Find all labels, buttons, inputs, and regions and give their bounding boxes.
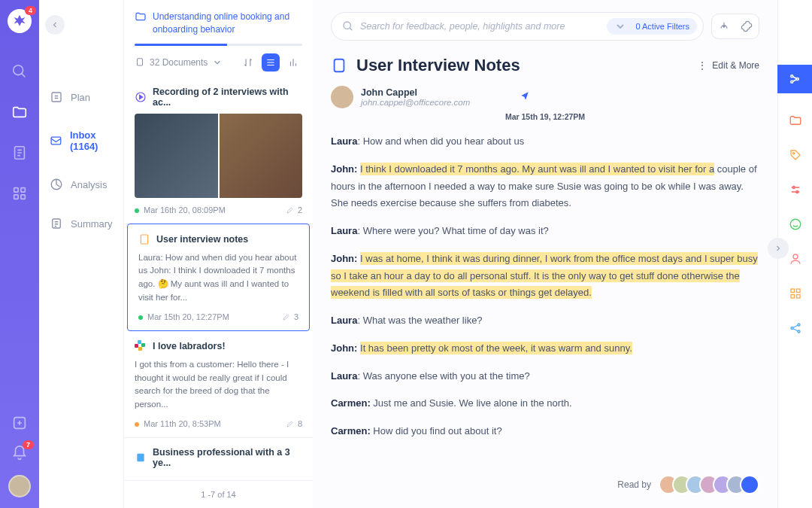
back-button[interactable]	[45, 15, 65, 35]
highlight[interactable]: It has been pretty ok most of the week, …	[360, 342, 632, 354]
document-card[interactable]: I love labradors!I got this from a custo…	[124, 331, 313, 438]
card-snippet: Laura: How and when did you hear about u…	[138, 251, 298, 305]
svg-point-29	[791, 327, 793, 330]
download-button[interactable]	[715, 17, 733, 35]
list-view-button[interactable]	[262, 53, 280, 71]
svg-point-0	[14, 65, 23, 75]
card-date: Mar 15th 20, 12:27PM	[138, 312, 229, 321]
search-bar[interactable]: 0 Active Filters	[331, 12, 704, 41]
notes-icon[interactable]	[11, 144, 28, 161]
card-date: Mar 16th 20, 08:09PM	[135, 205, 226, 214]
transcript-line: Carmen: How did you find out about it?	[331, 423, 759, 440]
svg-rect-26	[796, 289, 800, 293]
tag-icon[interactable]	[788, 148, 803, 163]
svg-rect-13	[141, 235, 147, 244]
svg-rect-16	[335, 59, 344, 72]
transcript-line: John: I think I downloaded it 7 months a…	[331, 161, 759, 212]
slack-icon	[135, 340, 147, 352]
main-rail: 4 7	[0, 0, 39, 508]
folder-icon[interactable]	[788, 113, 803, 128]
edit-more-button[interactable]: ⋮ Edit & More	[698, 60, 759, 71]
grid-icon[interactable]	[788, 286, 803, 301]
svg-point-19	[791, 81, 793, 83]
document-card[interactable]: Recording of 2 interviews with ac...Mar …	[124, 78, 313, 224]
apps-icon[interactable]	[11, 185, 28, 202]
svg-rect-2	[14, 188, 19, 193]
svg-point-20	[792, 153, 794, 154]
svg-rect-4	[14, 195, 19, 199]
read-by: Read by	[617, 475, 759, 494]
svg-rect-5	[21, 195, 26, 199]
card-title: Business professional with a 3 ye...	[153, 447, 302, 468]
nav-inbox[interactable]: Inbox (1164)	[50, 129, 123, 152]
svg-point-24	[793, 254, 798, 259]
nav-plan-label: Plan	[71, 92, 90, 103]
card-title: Recording of 2 interviews with ac...	[153, 87, 302, 108]
card-snippet: I got this from a customer: Hello there …	[135, 358, 302, 412]
logo-badge: 4	[25, 6, 36, 15]
svg-point-23	[790, 219, 801, 230]
svg-rect-3	[21, 188, 26, 193]
nav-inbox-label: Inbox (1164)	[70, 129, 123, 152]
transcript-line: Laura: What was the weather like?	[331, 312, 759, 330]
card-title: I love labradors!	[153, 341, 226, 351]
svg-point-17	[791, 75, 793, 78]
collapse-right-rail[interactable]	[768, 238, 789, 259]
person-icon[interactable]	[788, 251, 803, 266]
transcript-line: John: I was at home, I think it was duri…	[331, 251, 759, 302]
pager: 1 -7 of 14	[124, 480, 313, 508]
author-name: John Cappel	[361, 87, 470, 98]
play-icon	[135, 91, 147, 103]
svg-point-31	[798, 330, 800, 333]
svg-rect-25	[791, 289, 795, 293]
folders-icon[interactable]	[11, 104, 28, 120]
video-thumbnail	[135, 114, 302, 198]
smile-icon[interactable]	[788, 217, 803, 232]
filters-pill[interactable]: 0 Active Filters	[607, 18, 697, 35]
svg-rect-11	[138, 58, 143, 65]
folder-title-text: Understanding online booking and onboard…	[153, 11, 302, 36]
document-card[interactable]: Business professional with a 3 ye...	[124, 438, 313, 480]
highlight[interactable]: I was at home, I think it was during din…	[331, 252, 758, 300]
svg-rect-27	[791, 295, 795, 299]
svg-rect-14	[137, 454, 144, 462]
highlight[interactable]: I think I downloaded it 7 months ago. My…	[360, 163, 714, 175]
user-avatar[interactable]	[8, 475, 31, 497]
svg-point-18	[796, 78, 798, 81]
nav-analysis-label: Analysis	[71, 179, 107, 190]
share-icon[interactable]	[520, 90, 530, 104]
search-input[interactable]	[360, 21, 607, 32]
search-icon[interactable]	[11, 63, 28, 80]
document-card[interactable]: User interview notesLaura: How and when …	[127, 224, 310, 331]
bell-icon[interactable]: 7	[11, 445, 28, 461]
transcript-line: John: It has been pretty ok most of the …	[331, 340, 759, 357]
nav-analysis[interactable]: Analysis	[50, 178, 123, 191]
transcript-line: Carmen: Just me and Susie. We live alone…	[331, 395, 759, 412]
share-network-icon[interactable]	[788, 321, 803, 336]
read-by-label: Read by	[617, 479, 651, 490]
main-content: 0 Active Filters User Interview Notes ⋮ …	[313, 0, 777, 508]
svg-rect-8	[51, 137, 61, 144]
transcript: Laura: How and when did you hear about u…	[331, 133, 759, 451]
nav-summary[interactable]: Summary	[50, 217, 123, 230]
reader-avatar[interactable]	[740, 475, 759, 494]
sliders-icon[interactable]	[788, 182, 803, 197]
highlight-count: 2	[286, 205, 302, 214]
persona-icon	[135, 452, 147, 464]
doc-timestamp: Mar 15th 19, 12:27PM	[331, 112, 759, 121]
document-count[interactable]: 32 Documents	[135, 57, 223, 68]
add-icon[interactable]	[11, 415, 28, 431]
insights-icon[interactable]	[777, 65, 812, 93]
author-avatar[interactable]	[331, 86, 353, 108]
nav-summary-label: Summary	[71, 218, 113, 230]
sort-button[interactable]	[239, 53, 257, 71]
transcript-line: Laura: Where were you? What time of day …	[331, 223, 759, 240]
app-logo[interactable]: 4	[8, 9, 32, 33]
svg-rect-7	[52, 93, 61, 102]
nav-plan[interactable]: Plan	[50, 90, 123, 104]
folder-title[interactable]: Understanding online booking and onboard…	[135, 11, 302, 36]
settings-button[interactable]	[738, 17, 756, 35]
note-icon	[138, 233, 150, 245]
svg-point-30	[798, 324, 800, 326]
chart-view-button[interactable]	[284, 53, 302, 71]
